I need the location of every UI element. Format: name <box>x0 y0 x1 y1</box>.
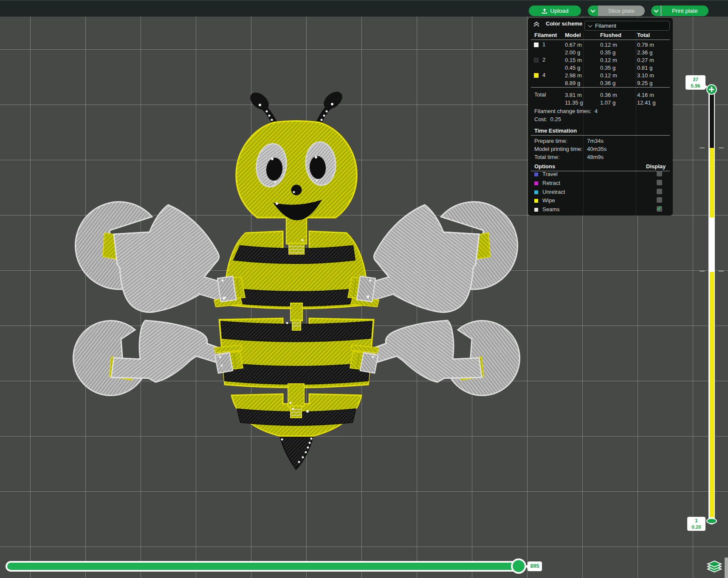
option-unretract: Unretract <box>542 189 565 195</box>
option-retract: Retract <box>542 180 560 186</box>
prepare-time-value: 7m34s <box>587 138 604 144</box>
layer-slider-top-handle[interactable] <box>706 84 717 95</box>
model-time-label: Model printing time: <box>534 146 582 152</box>
filament-swatch <box>534 42 539 47</box>
color-scheme-panel: Color scheme Filament Filament Model Flu… <box>528 18 673 215</box>
cell-model: 0.15 m 0.45 g <box>565 57 582 72</box>
layer-slider-top-label: 375.96 <box>686 75 705 90</box>
filament-id: 1 <box>542 41 545 48</box>
retract-checkbox[interactable] <box>657 180 662 185</box>
filament-swatch <box>534 58 539 62</box>
model-time-value: 40m35s <box>587 146 607 152</box>
right-edge-panel <box>725 558 728 578</box>
bee-stinger <box>280 437 313 469</box>
gcode-progress-label: 895 <box>528 561 542 571</box>
upload-button[interactable]: Upload <box>529 6 581 16</box>
total-time-value: 48m9s <box>587 154 604 160</box>
total-time-label: Total time: <box>534 154 559 160</box>
layer-slider-track[interactable] <box>708 86 715 524</box>
cell-total: 0.27 m 0.81 g <box>637 57 654 72</box>
cost-label: Cost: 0.25 <box>534 116 561 122</box>
seams-swatch <box>534 208 538 212</box>
bee-hinge-lower <box>288 384 304 418</box>
total-label: Total <box>534 91 546 98</box>
cell-flushed: 0.12 m 0.36 g <box>600 72 617 87</box>
bee-neck <box>286 218 307 254</box>
slice-plate-group: Slice plate <box>588 6 645 16</box>
unretract-checkbox[interactable] <box>657 189 662 194</box>
col-header-model: Model <box>565 32 581 38</box>
slice-plate-button[interactable]: Slice plate <box>598 6 645 16</box>
chevron-down-icon <box>590 8 595 12</box>
option-wipe: Wipe <box>542 197 555 204</box>
unretract-swatch <box>534 190 538 194</box>
wipe-swatch <box>534 199 538 203</box>
travel-swatch <box>534 173 538 176</box>
print-plate-group: Print plate <box>651 6 708 16</box>
slicer-preview-window: Upload Slice plate Print plate Color sch… <box>0 0 728 578</box>
cell-model: 0.67 m 2.00 g <box>565 41 582 57</box>
print-dropdown-button[interactable] <box>651 6 661 16</box>
seams-checkbox[interactable]: ✓ <box>657 206 662 212</box>
bee-wings-left <box>73 202 245 396</box>
chevron-down-icon <box>654 8 658 12</box>
slice-dropdown-button[interactable] <box>588 6 598 16</box>
travel-checkbox[interactable] <box>657 171 662 176</box>
cell-flushed-total: 0.36 m 1.07 g <box>600 91 617 107</box>
bee-hinge-upper <box>291 303 302 330</box>
cell-total: 0.79 m 2.36 g <box>637 41 654 57</box>
color-scheme-dropdown[interactable]: Filament <box>584 21 670 31</box>
retract-swatch <box>534 181 538 185</box>
time-estimation-title: Time Estimation <box>534 128 577 134</box>
gcode-progress-track[interactable] <box>6 561 523 572</box>
option-travel: Travel <box>542 171 558 177</box>
cell-model: 2.98 m 8.89 g <box>565 72 582 87</box>
layers-icon[interactable] <box>706 558 723 575</box>
gcode-progress-handle[interactable] <box>511 558 526 574</box>
display-title: Display <box>646 163 666 170</box>
chevron-down-icon <box>588 23 593 27</box>
cell-model-total: 3.81 m 11.35 g <box>565 91 583 107</box>
options-title: Options <box>534 163 555 170</box>
filament-change-label: Filament change times: 4 <box>534 108 598 114</box>
col-header-filament: Filament <box>534 32 557 38</box>
bee-antennae <box>247 88 346 124</box>
col-header-flushed: Flushed <box>600 32 621 38</box>
upload-icon <box>542 8 547 14</box>
layer-slider-bottom-handle[interactable] <box>706 518 717 524</box>
cell-total-total: 4.16 m 12.41 g <box>637 91 655 107</box>
layer-slider-bottom-label: 10.20 <box>687 517 705 531</box>
wipe-checkbox[interactable] <box>657 197 662 203</box>
bee-wings-right <box>348 202 520 396</box>
bee-head <box>236 121 357 221</box>
panel-title: Color scheme <box>546 20 582 27</box>
option-seams: Seams <box>542 206 559 212</box>
filament-swatch <box>534 73 539 78</box>
cell-flushed: 0.12 m 0.35 g <box>600 57 617 72</box>
cell-flushed: 0.12 m 0.35 g <box>600 41 617 57</box>
prepare-time-label: Prepare time: <box>534 138 567 144</box>
filament-id: 4 <box>542 72 545 78</box>
bee-nose <box>291 185 302 196</box>
collapse-icon[interactable] <box>533 21 540 27</box>
check-icon: ✓ <box>657 204 662 212</box>
print-plate-button[interactable]: Print plate <box>661 6 708 16</box>
cell-total: 3.10 m 9.25 g <box>637 72 654 87</box>
filament-id: 2 <box>542 57 545 63</box>
top-toolbar: Upload Slice plate Print plate <box>0 0 728 17</box>
col-header-total: Total <box>637 32 650 38</box>
